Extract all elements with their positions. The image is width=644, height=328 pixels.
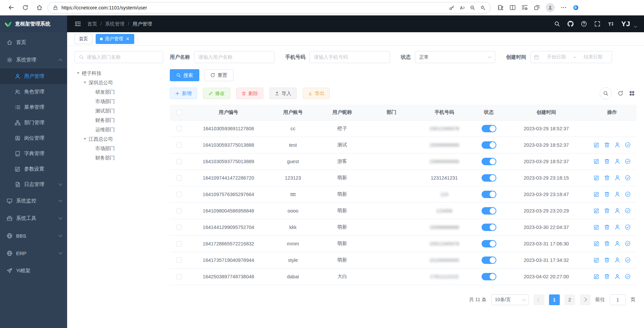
assign-role-icon[interactable] — [625, 142, 631, 148]
row-checkbox[interactable] — [177, 274, 182, 279]
status-toggle[interactable] — [482, 174, 496, 182]
import-button[interactable]: 导入 — [269, 88, 297, 99]
reset-password-icon[interactable] — [614, 208, 620, 214]
assign-role-icon[interactable] — [625, 175, 631, 181]
split-screen-icon[interactable] — [509, 4, 516, 11]
reset-password-icon[interactable] — [614, 175, 620, 181]
sidebar-item-param-settings[interactable]: 参数设置 — [0, 161, 67, 177]
assign-role-icon[interactable] — [625, 158, 631, 164]
status-toggle[interactable] — [482, 273, 496, 280]
status-toggle[interactable] — [482, 191, 496, 198]
status-toggle[interactable] — [482, 125, 496, 132]
username-input[interactable] — [194, 51, 275, 63]
sidebar-item-system-management[interactable]: 系统管理 — [0, 51, 67, 68]
refresh-table-button[interactable] — [618, 91, 623, 96]
row-checkbox[interactable] — [177, 241, 182, 246]
browser-menu-icon[interactable] — [560, 4, 567, 11]
header-search-icon[interactable] — [554, 21, 560, 27]
sidebar-item-bbs[interactable]: BBS — [0, 227, 67, 244]
address-bar[interactable]: https://ccnetcore.com:1101/system/user A — [48, 2, 491, 13]
reset-password-icon[interactable] — [614, 257, 620, 263]
reload-button[interactable] — [19, 2, 31, 13]
tree-node[interactable]: 研发部门 — [75, 87, 163, 97]
sidebar-item-log-management[interactable]: 日志管理 — [0, 177, 67, 192]
edit-icon[interactable] — [594, 241, 599, 246]
columns-toggle-button[interactable] — [629, 91, 635, 96]
delete-icon[interactable] — [604, 158, 610, 164]
row-checkbox[interactable] — [177, 257, 182, 263]
breadcrumb-item-home[interactable]: 首页 — [87, 21, 97, 27]
github-icon[interactable] — [567, 21, 574, 27]
row-checkbox[interactable] — [177, 208, 182, 214]
reset-password-icon[interactable] — [614, 224, 620, 230]
tree-node[interactable]: 市场部门 — [75, 97, 163, 106]
sidebar-item-dept-management[interactable]: 部门管理 — [0, 115, 67, 130]
tree-node[interactable]: 财务部门 — [75, 115, 163, 125]
sidebar-item-system-monitor[interactable]: 系统监控 — [0, 192, 67, 209]
read-aloud-icon[interactable]: A — [459, 5, 465, 10]
row-checkbox[interactable] — [177, 192, 182, 197]
edit-icon[interactable] — [594, 274, 599, 279]
reset-password-icon[interactable] — [614, 191, 620, 197]
toggle-search-button[interactable] — [600, 87, 612, 99]
edit-icon[interactable] — [594, 257, 599, 263]
assign-role-icon[interactable] — [625, 191, 631, 197]
sidebar-item-dict-management[interactable]: 字典管理 — [0, 146, 67, 161]
tree-node[interactable]: 江西总公司 — [75, 134, 163, 144]
sidebar-item-home[interactable]: 首页 — [0, 34, 67, 51]
page-button-1[interactable]: 1 — [549, 294, 560, 305]
select-all-checkbox[interactable] — [177, 110, 182, 115]
help-icon[interactable] — [581, 21, 587, 27]
favorite-add-icon[interactable] — [480, 5, 486, 10]
sidebar-item-user-management[interactable]: 用户管理 — [0, 68, 67, 84]
favorites-icon[interactable] — [522, 4, 528, 11]
edit-icon[interactable] — [594, 191, 599, 197]
search-button[interactable]: 搜索 — [170, 69, 199, 81]
delete-icon[interactable] — [604, 224, 610, 230]
status-toggle[interactable] — [482, 256, 496, 264]
edit-icon[interactable] — [594, 142, 599, 148]
reset-password-icon[interactable] — [614, 158, 620, 164]
status-toggle[interactable] — [482, 224, 496, 231]
fullscreen-icon[interactable] — [594, 21, 600, 27]
phone-input[interactable] — [309, 51, 390, 63]
date-range-picker[interactable]: 开始日期 - 结束日期 — [530, 51, 612, 63]
row-checkbox[interactable] — [177, 142, 182, 148]
reset-password-icon[interactable] — [614, 142, 620, 148]
edit-icon[interactable] — [594, 224, 599, 230]
status-toggle[interactable] — [482, 207, 496, 215]
reset-password-icon[interactable] — [614, 274, 620, 279]
goto-page-input[interactable] — [610, 294, 626, 305]
status-toggle[interactable] — [482, 141, 496, 149]
tree-node[interactable]: 财务部门 — [75, 153, 163, 162]
tree-node[interactable]: 运维部门 — [75, 125, 163, 134]
delete-icon[interactable] — [604, 208, 610, 214]
sidebar-item-menu-management[interactable]: 菜单管理 — [0, 99, 67, 115]
delete-icon[interactable] — [604, 142, 610, 148]
delete-icon[interactable] — [604, 257, 610, 263]
sidebar-item-role-management[interactable]: 角色管理 — [0, 84, 67, 99]
assign-role-icon[interactable] — [625, 224, 631, 230]
add-button[interactable]: 新增 — [170, 88, 197, 99]
tree-node[interactable]: 市场部门 — [75, 144, 163, 153]
breadcrumb-item-system[interactable]: 系统管理 — [105, 21, 125, 27]
extensions-icon[interactable] — [497, 4, 504, 11]
copilot-icon[interactable]: b — [573, 4, 579, 11]
delete-icon[interactable] — [604, 175, 610, 181]
delete-icon[interactable] — [604, 241, 610, 246]
status-toggle[interactable] — [482, 240, 496, 247]
zoom-icon[interactable] — [470, 5, 475, 10]
browser-home-button[interactable] — [34, 2, 45, 13]
browser-profile-avatar[interactable] — [546, 3, 555, 12]
tree-node[interactable]: 橙子科技 — [75, 68, 163, 78]
back-button[interactable] — [5, 2, 17, 13]
edit-icon[interactable] — [594, 158, 599, 164]
dept-search-input[interactable] — [87, 54, 159, 60]
row-checkbox[interactable] — [177, 225, 182, 230]
reset-button[interactable]: 重置 — [204, 69, 234, 81]
tree-node[interactable]: 深圳总公司 — [75, 78, 163, 87]
assign-role-icon[interactable] — [625, 274, 631, 279]
sidebar-item-post-management[interactable]: 岗位管理 — [0, 130, 67, 146]
assign-role-icon[interactable] — [625, 241, 631, 246]
user-avatar[interactable]: YJ — [621, 20, 630, 28]
